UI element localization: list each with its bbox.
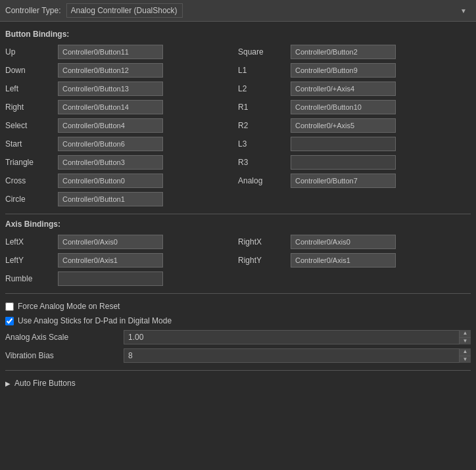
analog-axis-scale-wrapper: ▲ ▼: [124, 330, 471, 344]
select-input[interactable]: [58, 118, 163, 133]
button-bindings-left: Up Down Left Right Select Start: [5, 43, 238, 208]
axis-bindings-title: Axis Bindings:: [5, 220, 471, 229]
analog-axis-scale-up-button[interactable]: ▲: [460, 330, 471, 338]
divider-3: [5, 370, 471, 371]
binding-lefty: LeftY: [5, 251, 238, 270]
divider-2: [5, 293, 471, 294]
axis-bindings-grid: LeftX LeftY RightX RightY: [5, 233, 471, 270]
axis-bindings-left: LeftX LeftY: [5, 233, 238, 270]
vibration-bias-down-button[interactable]: ▼: [460, 356, 471, 364]
binding-up: Up: [5, 43, 238, 61]
binding-square: Square: [238, 43, 471, 61]
analog-axis-scale-input[interactable]: [124, 330, 471, 344]
use-analog-checkbox[interactable]: [5, 317, 14, 325]
analog-input[interactable]: [291, 174, 396, 188]
binding-start: Start: [5, 135, 238, 153]
vibration-bias-input[interactable]: [124, 348, 471, 363]
analog-axis-scale-row: Analog Axis Scale ▲ ▼: [5, 328, 471, 346]
circle-input[interactable]: [58, 192, 163, 206]
vibration-bias-wrapper: ▲ ▼: [124, 348, 471, 363]
use-analog-label: Use Analog Sticks for D-Pad in Digital M…: [18, 316, 172, 325]
controller-type-label: Controller Type:: [5, 6, 61, 15]
analog-axis-scale-label: Analog Axis Scale: [5, 333, 124, 342]
analog-axis-scale-spinners: ▲ ▼: [459, 330, 471, 344]
down-label: Down: [5, 66, 58, 75]
axis-bindings-right: RightX RightY: [238, 233, 471, 270]
main-content: Button Bindings: Up Down Left Right Sele…: [0, 22, 476, 396]
binding-l1: L1: [238, 61, 471, 80]
auto-fire-row[interactable]: ▶ Auto Fire Buttons: [5, 376, 471, 390]
button-bindings-grid: Up Down Left Right Select Start: [5, 43, 471, 208]
rightx-input[interactable]: [291, 235, 396, 249]
r1-label: R1: [238, 103, 291, 112]
binding-rightx: RightX: [238, 233, 471, 251]
vibration-bias-spinners: ▲ ▼: [459, 348, 471, 363]
r3-input[interactable]: [291, 155, 396, 170]
use-analog-row[interactable]: Use Analog Sticks for D-Pad in Digital M…: [5, 314, 471, 328]
l1-input[interactable]: [291, 63, 396, 78]
start-label: Start: [5, 139, 58, 149]
controller-type-wrapper[interactable]: Analog Controller (DualShock): [66, 3, 471, 18]
r3-label: R3: [238, 158, 291, 167]
square-input[interactable]: [291, 45, 396, 59]
header-bar: Controller Type: Analog Controller (Dual…: [0, 0, 476, 22]
force-analog-label: Force Analog Mode on Reset: [18, 302, 120, 311]
expand-icon: ▶: [5, 380, 11, 387]
up-input[interactable]: [58, 45, 163, 59]
down-input[interactable]: [58, 63, 163, 78]
start-input[interactable]: [58, 137, 163, 151]
r1-input[interactable]: [291, 100, 396, 114]
cross-input[interactable]: [58, 174, 163, 188]
up-label: Up: [5, 47, 58, 57]
vibration-bias-label: Vibration Bias: [5, 351, 124, 360]
force-analog-row[interactable]: Force Analog Mode on Reset: [5, 299, 471, 314]
leftx-input[interactable]: [58, 235, 163, 249]
l2-input[interactable]: [291, 82, 396, 96]
button-bindings-title: Button Bindings:: [5, 30, 471, 39]
divider-1: [5, 214, 471, 214]
right-input[interactable]: [58, 100, 163, 114]
auto-fire-label: Auto Fire Buttons: [14, 379, 76, 388]
binding-analog: Analog: [238, 172, 471, 190]
r2-input[interactable]: [291, 118, 396, 133]
binding-righty: RightY: [238, 251, 471, 270]
binding-r3: R3: [238, 153, 471, 172]
l1-label: L1: [238, 66, 291, 75]
r2-label: R2: [238, 121, 291, 130]
leftx-label: LeftX: [5, 237, 58, 247]
left-input[interactable]: [58, 82, 163, 96]
rumble-label: Rumble: [5, 274, 58, 283]
vibration-bias-up-button[interactable]: ▲: [460, 348, 471, 356]
binding-l3: L3: [238, 135, 471, 153]
analog-label: Analog: [238, 176, 291, 185]
controller-type-select[interactable]: Analog Controller (DualShock): [66, 3, 183, 18]
triangle-input[interactable]: [58, 155, 163, 170]
binding-r2: R2: [238, 116, 471, 135]
right-label: Right: [5, 103, 58, 112]
vibration-bias-row: Vibration Bias ▲ ▼: [5, 346, 471, 365]
binding-select: Select: [5, 116, 238, 135]
circle-label: Circle: [5, 195, 58, 204]
binding-right: Right: [5, 98, 238, 116]
binding-l2: L2: [238, 80, 471, 98]
binding-left: Left: [5, 80, 238, 98]
analog-axis-scale-down-button[interactable]: ▼: [460, 338, 471, 345]
rumble-row: Rumble: [5, 270, 471, 288]
lefty-input[interactable]: [58, 253, 163, 268]
binding-leftx: LeftX: [5, 233, 238, 251]
force-analog-checkbox[interactable]: [5, 302, 14, 311]
square-label: Square: [238, 47, 291, 57]
l3-label: L3: [238, 139, 291, 149]
binding-cross: Cross: [5, 172, 238, 190]
l3-input[interactable]: [291, 137, 396, 151]
button-bindings-right: Square L1 L2 R1 R2 L3: [238, 43, 471, 208]
binding-r1: R1: [238, 98, 471, 116]
binding-triangle: Triangle: [5, 153, 238, 172]
binding-down: Down: [5, 61, 238, 80]
rumble-input[interactable]: [58, 271, 163, 286]
righty-input[interactable]: [291, 253, 396, 268]
lefty-label: LeftY: [5, 256, 58, 265]
l2-label: L2: [238, 84, 291, 93]
rightx-label: RightX: [238, 237, 291, 247]
left-label: Left: [5, 84, 58, 93]
